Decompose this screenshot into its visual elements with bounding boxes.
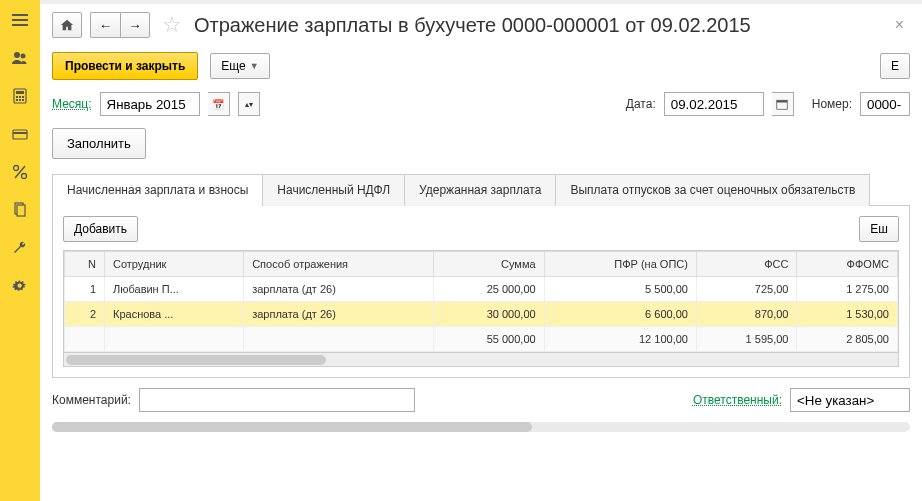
col-n[interactable]: N bbox=[65, 252, 105, 277]
col-ffoms[interactable]: ФФОМС bbox=[797, 252, 898, 277]
close-icon[interactable]: × bbox=[889, 16, 910, 34]
responsible-label[interactable]: Ответственный: bbox=[693, 393, 782, 407]
svg-rect-14 bbox=[13, 132, 27, 134]
card-icon[interactable] bbox=[8, 122, 32, 146]
more-button[interactable]: Еще▼ bbox=[210, 53, 269, 79]
svg-rect-1 bbox=[12, 19, 28, 21]
col-employee[interactable]: Сотрудник bbox=[105, 252, 244, 277]
calculator-icon[interactable] bbox=[8, 84, 32, 108]
back-button[interactable]: ← bbox=[90, 12, 120, 38]
comment-label: Комментарий: bbox=[52, 393, 131, 407]
wrench-icon[interactable] bbox=[8, 236, 32, 260]
table-more-button[interactable]: Еш bbox=[859, 216, 899, 242]
sidebar bbox=[0, 0, 40, 501]
col-sum[interactable]: Сумма bbox=[433, 252, 544, 277]
month-picker-button[interactable]: 📅 bbox=[208, 92, 230, 116]
page-horizontal-scrollbar[interactable] bbox=[52, 422, 910, 432]
tab-accrued-ndfl[interactable]: Начисленный НДФЛ bbox=[262, 174, 405, 206]
col-fss[interactable]: ФСС bbox=[696, 252, 797, 277]
svg-rect-2 bbox=[12, 24, 28, 26]
toolbar: Провести и закрыть Еще▼ Е bbox=[40, 46, 922, 86]
table-row[interactable]: 2 Краснова ... зарплата (дт 26) 30 000,0… bbox=[65, 302, 898, 327]
calendar-button[interactable] bbox=[772, 92, 794, 116]
svg-rect-8 bbox=[19, 96, 21, 98]
svg-rect-9 bbox=[22, 96, 24, 98]
favorite-star-icon[interactable]: ☆ bbox=[162, 12, 182, 38]
documents-icon[interactable] bbox=[8, 198, 32, 222]
month-input[interactable] bbox=[100, 92, 200, 116]
date-label: Дата: bbox=[626, 97, 656, 111]
table-horizontal-scrollbar[interactable] bbox=[64, 352, 898, 366]
svg-rect-13 bbox=[13, 130, 27, 139]
users-icon[interactable] bbox=[8, 46, 32, 70]
tab-content: Добавить Еш N Сотрудник Способ отражения… bbox=[52, 206, 910, 378]
more-right-button[interactable]: Е bbox=[880, 53, 910, 79]
page-title: Отражение зарплаты в бухучете 0000-00000… bbox=[194, 14, 881, 37]
header: ← → ☆ Отражение зарплаты в бухучете 0000… bbox=[40, 4, 922, 46]
svg-rect-6 bbox=[16, 91, 24, 94]
svg-rect-11 bbox=[19, 99, 21, 101]
col-method[interactable]: Способ отражения bbox=[244, 252, 434, 277]
responsible-input[interactable] bbox=[790, 388, 910, 412]
table-header-row: N Сотрудник Способ отражения Сумма ПФР (… bbox=[65, 252, 898, 277]
svg-point-3 bbox=[14, 52, 20, 58]
svg-rect-19 bbox=[17, 205, 25, 216]
forward-button[interactable]: → bbox=[120, 12, 150, 38]
tab-withheld-salary[interactable]: Удержанная зарплата bbox=[404, 174, 556, 206]
number-label: Номер: bbox=[812, 97, 852, 111]
svg-point-4 bbox=[21, 54, 26, 59]
comment-input[interactable] bbox=[139, 388, 415, 412]
number-input[interactable] bbox=[860, 92, 910, 116]
svg-rect-21 bbox=[777, 100, 788, 102]
svg-rect-0 bbox=[12, 14, 28, 16]
table-row[interactable]: 1 Любавин П... зарплата (дт 26) 25 000,0… bbox=[65, 277, 898, 302]
svg-point-16 bbox=[22, 174, 27, 179]
add-button[interactable]: Добавить bbox=[63, 216, 138, 242]
svg-rect-7 bbox=[16, 96, 18, 98]
tab-accrued-salary[interactable]: Начисленная зарплата и взносы bbox=[52, 174, 263, 206]
home-button[interactable] bbox=[52, 12, 82, 38]
fill-button[interactable]: Заполнить bbox=[52, 128, 146, 159]
month-spinner[interactable]: ▴▾ bbox=[238, 92, 260, 116]
totals-row: 55 000,00 12 100,00 1 595,00 2 805,00 bbox=[65, 327, 898, 352]
field-row-1: Месяц: 📅 ▴▾ Дата: Номер: bbox=[40, 86, 922, 122]
svg-rect-12 bbox=[22, 99, 24, 101]
tab-vacation-payouts[interactable]: Выплата отпусков за счет оценочных обяза… bbox=[555, 174, 870, 206]
percent-icon[interactable] bbox=[8, 160, 32, 184]
col-pfr[interactable]: ПФР (на ОПС) bbox=[544, 252, 696, 277]
tabs: Начисленная зарплата и взносы Начисленны… bbox=[52, 173, 910, 206]
post-and-close-button[interactable]: Провести и закрыть bbox=[52, 52, 198, 80]
svg-rect-10 bbox=[16, 99, 18, 101]
svg-point-15 bbox=[14, 166, 19, 171]
date-input[interactable] bbox=[664, 92, 764, 116]
main-panel: ← → ☆ Отражение зарплаты в бухучете 0000… bbox=[40, 0, 922, 501]
svg-line-17 bbox=[15, 166, 25, 178]
menu-icon[interactable] bbox=[8, 8, 32, 32]
chevron-down-icon: ▼ bbox=[250, 61, 259, 71]
footer: Комментарий: Ответственный: bbox=[40, 378, 922, 422]
salary-table: N Сотрудник Способ отражения Сумма ПФР (… bbox=[63, 250, 899, 367]
gear-icon[interactable] bbox=[8, 274, 32, 298]
month-label[interactable]: Месяц: bbox=[52, 97, 92, 111]
